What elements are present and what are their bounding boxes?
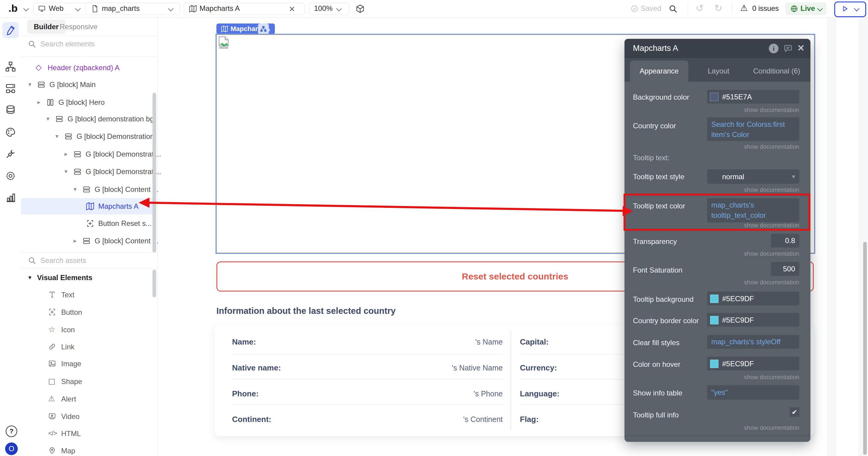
logo-chevron-icon[interactable]: [23, 6, 29, 11]
asset-text[interactable]: Text: [21, 287, 154, 303]
button-brackets-icon: [48, 308, 56, 316]
property-editor-header[interactable]: Mapcharts A i ×: [624, 39, 810, 58]
tab-responsive[interactable]: Responsive: [60, 23, 97, 31]
preview-button[interactable]: [834, 1, 866, 17]
field-label: Flag:: [520, 415, 538, 424]
info-icon[interactable]: i: [769, 44, 778, 53]
redo-icon[interactable]: ↻: [714, 2, 722, 14]
show-documentation-link[interactable]: show documentation: [744, 424, 799, 431]
asset-image[interactable]: Image: [21, 356, 154, 372]
tree-item[interactable]: ▾ G [block] Content ...: [21, 181, 154, 198]
tree-item[interactable]: ▸ G [block] Demonstrati...: [21, 146, 154, 162]
background-color-input[interactable]: #515E7A: [707, 90, 799, 104]
bubble-logo[interactable]: .b: [8, 2, 18, 14]
window-scrollbar[interactable]: [863, 242, 867, 455]
show-documentation-link[interactable]: show documentation: [744, 107, 799, 113]
sitemap-icon[interactable]: [5, 61, 16, 72]
show-documentation-link[interactable]: show documentation: [744, 222, 799, 229]
plugins-plug-icon[interactable]: [5, 149, 16, 159]
country-color-input[interactable]: Search for Colorss:first item's Color: [707, 118, 799, 141]
tree-item[interactable]: ▾ G [block] demonstration bg: [21, 111, 154, 127]
styles-palette-icon[interactable]: [5, 127, 16, 138]
page-select[interactable]: map_charts: [102, 4, 140, 13]
close-tab-icon[interactable]: ×: [289, 4, 296, 13]
logs-chart-icon[interactable]: [5, 192, 16, 203]
tree-item[interactable]: ▸ G [block] Hero: [21, 94, 154, 110]
show-info-table-input[interactable]: "yes": [707, 385, 799, 400]
color-on-hover-input[interactable]: #5EC9DF: [707, 357, 799, 370]
search-elements[interactable]: Search elements: [21, 36, 157, 52]
assets-section-header[interactable]: ▾ Visual Elements: [21, 269, 154, 286]
cube-icon[interactable]: [355, 4, 365, 13]
rows-icon: [37, 81, 45, 89]
tree-item-mapcharts-selected[interactable]: Mapcharts A: [21, 198, 154, 215]
caret-right-icon[interactable]: ▸: [37, 98, 40, 106]
platform-select[interactable]: Web: [49, 4, 64, 13]
backend-icon[interactable]: [5, 83, 16, 94]
asset-button[interactable]: Button: [21, 304, 154, 321]
asset-alert[interactable]: ⚠ Alert: [21, 391, 154, 407]
caret-right-icon[interactable]: ▸: [73, 237, 76, 244]
show-documentation-link[interactable]: show documentation: [744, 279, 799, 286]
caret-down-icon[interactable]: ▾: [56, 133, 59, 140]
prop-label: Transparency: [633, 237, 677, 246]
asset-shape[interactable]: □ Shape: [21, 373, 154, 390]
issues-warning-icon: ⚠: [740, 3, 748, 13]
tree-scrollbar[interactable]: [153, 93, 156, 252]
undo-icon[interactable]: ↺: [695, 2, 704, 14]
comment-icon[interactable]: [784, 44, 793, 53]
tooltip-text-style-select[interactable]: normal ▾: [707, 169, 799, 184]
color-swatch[interactable]: [710, 295, 718, 303]
tab-conditional[interactable]: Conditional (6): [745, 61, 808, 82]
user-avatar[interactable]: O: [5, 443, 18, 455]
tooltip-full-info-checkbox[interactable]: ✔: [789, 407, 799, 417]
font-saturation-input[interactable]: 500: [771, 262, 799, 276]
transparency-input[interactable]: 0.8: [771, 234, 799, 248]
caret-down-icon[interactable]: ▾: [64, 168, 67, 175]
search-icon[interactable]: [669, 4, 678, 13]
database-icon[interactable]: [5, 105, 16, 116]
show-documentation-link[interactable]: show documentation: [744, 187, 799, 193]
show-documentation-link[interactable]: show documentation: [744, 374, 799, 381]
rows-icon: [64, 133, 72, 140]
tab-appearance[interactable]: Appearance: [630, 61, 688, 82]
tree-item[interactable]: ▸ G [block] Content ...: [21, 233, 154, 249]
caret-right-icon[interactable]: ▸: [64, 150, 67, 158]
tree-item-header[interactable]: ◇ Header (zqbackend) A: [21, 60, 154, 76]
search-icon: [28, 256, 36, 265]
caret-down-icon[interactable]: ▾: [73, 186, 76, 193]
color-swatch[interactable]: [710, 93, 718, 101]
issues-label[interactable]: 0 issues: [752, 4, 779, 13]
page-icon: [91, 5, 99, 13]
element-hierarchy-badge[interactable]: [258, 24, 269, 34]
panel-footer-divider: [624, 435, 810, 436]
asset-link[interactable]: Link: [21, 339, 154, 355]
show-documentation-link[interactable]: show documentation: [744, 143, 799, 150]
pencil-icon[interactable]: [5, 24, 16, 35]
tab-layout[interactable]: Layout: [694, 61, 743, 82]
tree-item[interactable]: Button Reset s...: [21, 215, 154, 232]
help-icon[interactable]: ?: [6, 426, 17, 437]
assets-scrollbar[interactable]: [153, 269, 156, 297]
close-icon[interactable]: ×: [797, 42, 805, 53]
country-border-color-input[interactable]: #5EC9DF: [707, 313, 799, 327]
settings-gear-icon[interactable]: [5, 170, 16, 181]
tooltip-text-color-input[interactable]: map_charts's tooltip_text_color: [707, 198, 799, 222]
caret-down-icon[interactable]: ▾: [46, 115, 50, 122]
tree-item[interactable]: ▾ G [block] Main: [21, 76, 154, 93]
show-documentation-link[interactable]: show documentation: [744, 250, 799, 257]
asset-html[interactable]: </> HTML: [21, 426, 154, 442]
tree-item[interactable]: ▾ G [block] Demonstration: [21, 128, 154, 144]
search-assets[interactable]: Search assets: [21, 253, 157, 268]
asset-icon[interactable]: ☆ Icon: [21, 322, 154, 338]
caret-down-icon[interactable]: ▾: [28, 81, 31, 88]
asset-map[interactable]: Map: [21, 443, 154, 456]
saved-check-icon: [630, 5, 638, 13]
color-swatch[interactable]: [710, 316, 718, 324]
text-icon: [48, 291, 56, 298]
clear-fill-styles-input[interactable]: map_charts's styleOff: [707, 335, 799, 349]
color-swatch[interactable]: [710, 360, 718, 368]
tree-item[interactable]: ▾ G [block] Demonstrati...: [21, 164, 154, 180]
tooltip-background-input[interactable]: #5EC9DF: [707, 292, 799, 305]
asset-video[interactable]: Video: [21, 409, 154, 425]
